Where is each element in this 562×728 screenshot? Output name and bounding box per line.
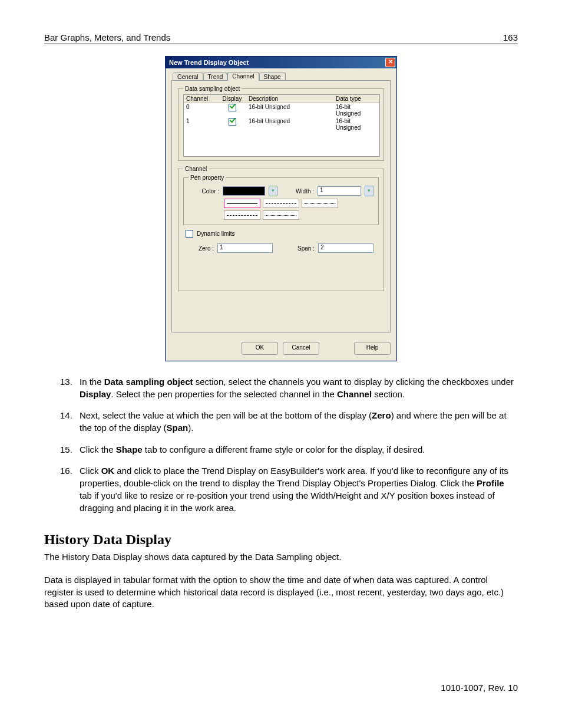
titlebar[interactable]: New Trend Display Object ✕ — [166, 57, 396, 68]
section-paragraph-2: Data is displayed in tabular format with… — [44, 574, 518, 611]
step-16: Click OK and click to place the Trend Di… — [75, 465, 518, 514]
line-style-solid[interactable] — [224, 199, 260, 208]
cell-datatype: 16-bit Unsigned — [333, 117, 379, 131]
col-description: Description — [246, 95, 333, 103]
group-pen-legend: Pen property — [189, 174, 226, 181]
close-icon[interactable]: ✕ — [385, 58, 395, 67]
display-checkbox[interactable] — [229, 104, 236, 111]
instruction-steps: In the Data sampling object section, sel… — [44, 376, 518, 514]
help-button[interactable]: Help — [354, 342, 391, 355]
width-label: Width : — [296, 188, 314, 195]
tab-strip: General Trend Channel Shape — [171, 72, 391, 81]
line-style-dot[interactable] — [302, 199, 338, 208]
line-style-picker — [224, 199, 373, 220]
channel-table: Channel Display Description Data type 0 … — [183, 94, 380, 157]
display-checkbox[interactable] — [229, 118, 236, 126]
section-paragraph-1: The History Data Display shows data capt… — [44, 551, 518, 564]
table-row[interactable]: 1 16-bit Unsigned 16-bit Unsigned — [184, 117, 379, 131]
cell-channel: 1 — [184, 117, 218, 131]
col-channel: Channel — [184, 95, 218, 103]
zero-label: Zero : — [183, 245, 214, 252]
line-style-dashdot[interactable] — [224, 210, 260, 220]
cell-description: 16-bit Unsigned — [246, 103, 333, 117]
section-title: History Data Display — [44, 532, 518, 548]
zero-input[interactable]: 1 — [217, 243, 273, 253]
color-swatch[interactable] — [223, 186, 265, 196]
page-header: Bar Graphs, Meters, and Trends 163 — [44, 32, 518, 44]
step-14: Next, select the value at which the pen … — [75, 410, 518, 434]
header-left: Bar Graphs, Meters, and Trends — [44, 32, 170, 42]
trend-display-dialog: New Trend Display Object ✕ General Trend… — [165, 56, 397, 361]
color-label: Color : — [189, 188, 219, 195]
line-style-dashdotdot[interactable] — [263, 210, 299, 220]
group-data-sampling: Data sampling object Channel Display Des… — [178, 85, 384, 161]
cell-channel: 0 — [184, 103, 218, 117]
chevron-down-icon[interactable]: ▾ — [365, 186, 373, 196]
header-page-number: 163 — [503, 32, 518, 42]
step-13: In the Data sampling object section, sel… — [75, 376, 518, 400]
group-channel: Channel Pen property Color : ▾ Width : 1… — [178, 166, 384, 291]
cell-description: 16-bit Unsigned — [246, 117, 333, 131]
cancel-button[interactable]: Cancel — [283, 342, 319, 355]
tab-page-channel: Data sampling object Channel Display Des… — [171, 80, 391, 332]
table-row[interactable]: 0 16-bit Unsigned 16-bit Unsigned — [184, 103, 379, 117]
width-input[interactable]: 1 — [318, 186, 361, 196]
col-datatype: Data type — [333, 95, 379, 103]
span-label: Span : — [297, 245, 315, 252]
group-channel-legend: Channel — [183, 166, 209, 172]
cell-datatype: 16-bit Unsigned — [333, 103, 379, 117]
dynamic-limits-label: Dynamic limits — [197, 230, 234, 237]
group-pen-property: Pen property Color : ▾ Width : 1▾ — [183, 174, 379, 225]
step-15: Click the Shape tab to configure a diffe… — [75, 444, 518, 456]
tab-channel[interactable]: Channel — [227, 72, 259, 81]
dialog-button-row: OK Cancel Help — [166, 338, 396, 361]
ok-button[interactable]: OK — [242, 342, 278, 355]
line-style-dash[interactable] — [263, 199, 299, 208]
span-input[interactable]: 2 — [318, 243, 373, 253]
footer-revision: 1010-1007, Rev. 10 — [441, 683, 518, 693]
chevron-down-icon[interactable]: ▾ — [269, 186, 277, 196]
group-data-sampling-legend: Data sampling object — [183, 85, 242, 92]
col-display: Display — [218, 95, 246, 103]
dialog-title: New Trend Display Object — [169, 59, 249, 66]
dynamic-limits-checkbox[interactable] — [186, 230, 193, 238]
